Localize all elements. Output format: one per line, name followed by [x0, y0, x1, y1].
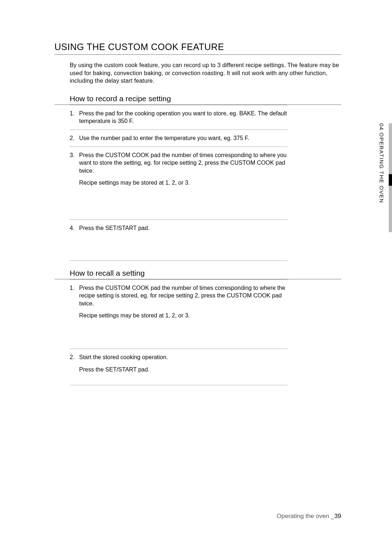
list-item: Press the SET/START pad. — [70, 220, 287, 261]
footer: Operating the oven _39 — [277, 513, 341, 520]
section1-steps: Press the pad for the cooking operation … — [54, 105, 341, 261]
intro-paragraph: By using the custom cook feature, you ca… — [54, 61, 341, 85]
step-text: Press the CUSTOM COOK pad the number of … — [79, 152, 287, 174]
step-text: Press the pad for the cooking operation … — [79, 110, 287, 124]
step-sub: Press the SET/START pad. — [79, 366, 287, 374]
step-text: Start the stored cooking operation. — [79, 354, 168, 360]
section1-heading: How to record a recipe setting — [54, 94, 341, 105]
step-text: Press the CUSTOM COOK pad the number of … — [79, 285, 285, 307]
page-number: 39 — [334, 513, 341, 519]
list-item: Press the CUSTOM COOK pad the number of … — [70, 147, 287, 220]
step-sub: Recipe settings may be stored at 1, 2, o… — [79, 179, 287, 187]
step-text: Use the number pad to enter the temperat… — [79, 135, 249, 141]
side-tab-marker — [389, 174, 392, 186]
step-text: Press the SET/START pad. — [79, 225, 150, 231]
list-item: Press the CUSTOM COOK pad the number of … — [70, 280, 287, 349]
side-section-label: 04 OPERATING THE OVEN — [379, 123, 385, 207]
list-item: Use the number pad to enter the temperat… — [70, 130, 287, 147]
page-heading: USING THE CUSTOM COOK FEATURE — [54, 42, 341, 55]
list-item: Start the stored cooking operation. Pres… — [70, 349, 287, 385]
section2-steps: Press the CUSTOM COOK pad the number of … — [54, 280, 341, 386]
footer-text: Operating the oven _ — [277, 513, 334, 519]
side-tab — [389, 123, 392, 232]
list-item: Press the pad for the cooking operation … — [70, 105, 287, 130]
section2-heading: How to recall a setting — [54, 269, 341, 279]
step-sub: Recipe settings may be stored at 1, 2, o… — [79, 312, 287, 320]
